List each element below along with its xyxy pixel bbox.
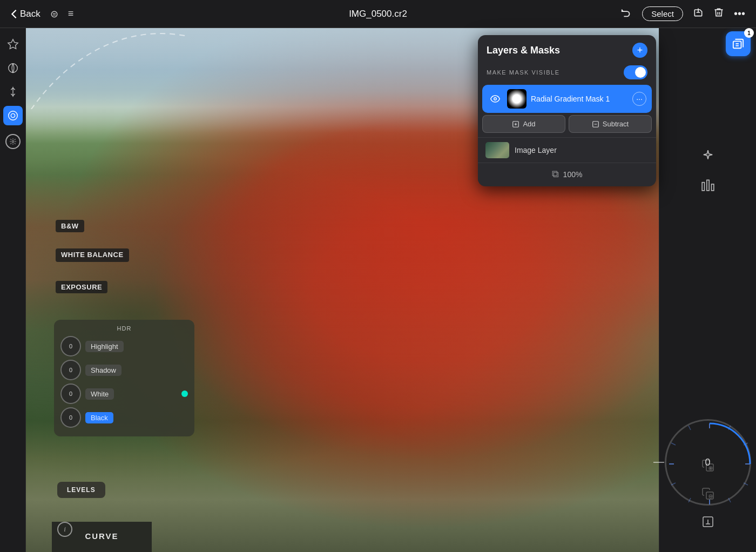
back-label: Back <box>20 9 40 19</box>
black-row: 0 Black <box>60 407 188 428</box>
svg-line-34 <box>671 443 676 445</box>
shadow-value: 0 <box>69 367 72 373</box>
opacity-icon: ⧉ <box>552 169 559 180</box>
shadow-knob[interactable]: 0 <box>60 360 81 380</box>
right-controls-panel: 0 <box>659 28 756 552</box>
make-mask-toggle[interactable] <box>624 65 647 79</box>
sidebar-mask-icon[interactable] <box>3 106 23 125</box>
add-mask-button[interactable]: Add <box>482 115 565 133</box>
white-indicator <box>181 391 188 397</box>
file-title: IMG_0500.cr2 <box>349 9 407 19</box>
opacity-value: 100% <box>563 170 583 179</box>
white-value: 0 <box>69 391 72 397</box>
highlight-value: 0 <box>69 343 72 349</box>
subtract-mask-button[interactable]: Subtract <box>569 115 652 133</box>
topbar-left: Back ⊜ ≡ <box>11 8 255 20</box>
topbar-center: IMG_0500.cr2 <box>255 9 500 19</box>
svg-point-15 <box>494 98 497 100</box>
levels-button[interactable]: LEVELS <box>57 482 105 498</box>
toggle-thumb <box>635 67 646 78</box>
top-bar: Back ⊜ ≡ IMG_0500.cr2 Select <box>0 0 756 28</box>
highlight-knob[interactable]: 0 <box>60 336 81 356</box>
white-knob[interactable]: 0 <box>60 383 81 404</box>
dial-container: 0 <box>665 419 751 506</box>
highlight-row: 0 Highlight <box>60 336 188 356</box>
sidebar-adjust-icon[interactable] <box>3 132 23 151</box>
svg-line-32 <box>688 426 691 430</box>
select-button[interactable]: Select <box>642 6 683 21</box>
layers-header: Layers & Masks + <box>478 35 656 63</box>
adjust-circle <box>5 134 21 149</box>
visibility-toggle[interactable] <box>488 91 503 106</box>
svg-rect-26 <box>711 184 713 191</box>
svg-point-4 <box>12 140 14 143</box>
hdr-title: HDR <box>60 325 188 332</box>
svg-rect-25 <box>706 180 708 191</box>
topbar-right: Select ••• <box>501 6 745 21</box>
mask-thumbnail <box>507 89 526 109</box>
undo-icon[interactable] <box>620 6 632 21</box>
share-icon[interactable] <box>693 6 704 21</box>
mask-more-button[interactable]: ··· <box>632 92 646 106</box>
svg-point-1 <box>8 64 17 73</box>
sort-icon[interactable]: ≡ <box>68 8 74 19</box>
svg-line-38 <box>688 498 691 502</box>
add-subtract-row: Add Subtract <box>482 115 652 133</box>
filter-icon[interactable]: ⊜ <box>50 8 58 20</box>
svg-point-2 <box>8 111 17 120</box>
opacity-row: ⧉ 100% <box>478 163 656 186</box>
left-sidebar <box>0 28 26 552</box>
layers-badge-button[interactable]: 1 <box>726 31 751 56</box>
svg-line-35 <box>744 483 748 485</box>
image-layer-row: Image Layer <box>478 137 656 163</box>
sidebar-filter-icon[interactable] <box>3 58 23 78</box>
delete-icon[interactable] <box>713 6 724 21</box>
dial-control[interactable]: 0 <box>665 419 751 506</box>
black-value: 0 <box>69 414 72 421</box>
sidebar-preset-icon[interactable] <box>3 35 23 54</box>
black-knob[interactable]: 0 <box>60 407 81 428</box>
svg-line-37 <box>728 498 731 502</box>
layers-badge-count: 1 <box>744 28 754 38</box>
shadow-row: 0 Shadow <box>60 360 188 380</box>
white-row: 0 White <box>60 383 188 404</box>
more-icon[interactable]: ••• <box>734 8 745 20</box>
mask-layer-row: Radial Gradient Mask 1 ··· <box>482 85 652 113</box>
highlight-label: Highlight <box>85 341 124 352</box>
make-mask-label: MAKE MASK VISIBLE <box>487 69 560 76</box>
svg-rect-24 <box>702 183 704 191</box>
export-icon[interactable] <box>697 511 719 533</box>
info-button[interactable]: i <box>57 522 72 537</box>
svg-rect-21 <box>733 41 741 48</box>
add-label: Add <box>523 120 535 128</box>
curve-label: CURVE <box>85 531 118 541</box>
layers-panel: Layers & Masks + MAKE MASK VISIBLE Radia… <box>478 35 656 186</box>
mask-name-label: Radial Gradient Mask 1 <box>531 95 628 103</box>
svg-point-3 <box>11 113 15 117</box>
svg-line-36 <box>671 483 676 485</box>
make-mask-row: MAKE MASK VISIBLE <box>478 63 656 85</box>
subtract-label: Subtract <box>603 120 629 128</box>
image-layer-thumbnail <box>485 142 509 158</box>
right-sparkle-icon[interactable] <box>697 145 719 166</box>
add-layer-button[interactable]: + <box>632 43 647 58</box>
white-label: White <box>85 388 114 400</box>
layers-title: Layers & Masks <box>487 45 560 56</box>
bw-label: B&W <box>56 220 84 232</box>
black-label: Black <box>85 412 113 423</box>
exposure-label: EXPOSURE <box>56 281 107 293</box>
shadow-label: Shadow <box>85 365 122 376</box>
hdr-panel: HDR 0 Highlight 0 Shadow 0 White 0 Black <box>54 320 194 436</box>
svg-marker-0 <box>8 39 17 49</box>
right-histogram-icon[interactable] <box>697 174 719 196</box>
white-balance-label: WHITE BALANCE <box>56 248 129 262</box>
dial-indicator-line <box>653 462 664 463</box>
sidebar-tune-icon[interactable] <box>3 82 23 102</box>
back-button[interactable]: Back <box>11 9 40 19</box>
image-layer-label: Image Layer <box>515 146 557 154</box>
